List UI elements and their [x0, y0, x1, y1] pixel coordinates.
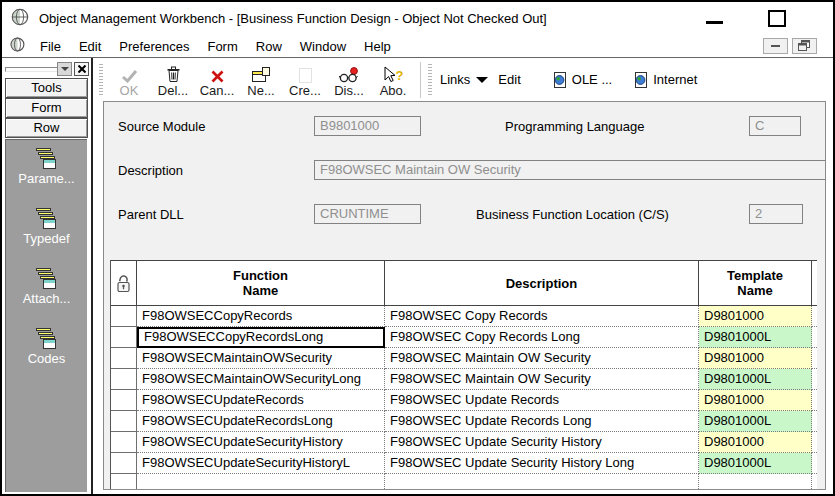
description-field[interactable]: F98OWSEC Maintain OW Security	[314, 160, 826, 180]
row-selector[interactable]	[111, 348, 137, 369]
chevron-down-icon	[61, 67, 69, 71]
sidebar-dropdown-button[interactable]	[57, 62, 72, 76]
sidebar-tab-tools[interactable]: Tools	[5, 78, 88, 98]
template-name-cell[interactable]: D9801000L	[699, 411, 812, 432]
ok-button[interactable]: OK	[107, 60, 151, 100]
source-module-label: Source Module	[118, 119, 205, 134]
red-x-icon	[211, 65, 224, 83]
description-cell[interactable]: F98OWSEC Copy Records Long	[385, 327, 699, 348]
new-button[interactable]: Ne...	[239, 60, 283, 100]
overflow-cell	[812, 369, 817, 390]
column-header-function-name: FunctionName	[137, 261, 385, 306]
internet-button[interactable]: Internet	[634, 72, 697, 88]
description-cell[interactable]: F98OWSEC Copy Records	[385, 306, 699, 327]
bf-location-label: Business Function Location (C/S)	[476, 207, 669, 222]
parent-dll-field[interactable]: CRUNTIME	[314, 204, 421, 224]
menu-window[interactable]: Window	[291, 37, 355, 56]
row-selector[interactable]	[111, 369, 137, 390]
table-row: F98OWSECUpdateRecordsLong F98OWSEC Updat…	[111, 411, 817, 432]
delete-button[interactable]: Del...	[151, 60, 195, 100]
overflow-cell	[812, 474, 817, 490]
function-name-cell[interactable]	[137, 474, 385, 490]
description-cell[interactable]: F98OWSEC Update Security History	[385, 432, 699, 453]
display-button[interactable]: Dis...	[327, 60, 371, 100]
close-icon	[78, 65, 86, 73]
minimize-button[interactable]	[706, 21, 723, 24]
template-name-cell[interactable]: D9801000L	[699, 327, 812, 348]
description-cell[interactable]: F98OWSEC Maintain OW Security	[385, 348, 699, 369]
template-name-cell[interactable]: D9801000L	[699, 453, 812, 474]
row-selector[interactable]	[111, 390, 137, 411]
description-cell[interactable]: F98OWSEC Maintain OW Security	[385, 369, 699, 390]
template-name-cell[interactable]: D9801000	[699, 390, 812, 411]
row-selector[interactable]	[111, 306, 137, 327]
template-name-cell[interactable]: D9801000	[699, 432, 812, 453]
system-menu-globe-icon[interactable]	[10, 37, 25, 56]
sidebar-close-button[interactable]	[74, 62, 89, 76]
row-selector[interactable]	[111, 453, 137, 474]
column-header-description: Description	[385, 261, 699, 306]
cancel-button[interactable]: Can...	[195, 60, 239, 100]
create-button[interactable]: Cre...	[283, 60, 327, 100]
description-cell[interactable]: F98OWSEC Update Security History Long	[385, 453, 699, 474]
about-pointer-icon: ?	[383, 65, 404, 83]
row-selector[interactable]	[111, 411, 137, 432]
mdi-minimize-button[interactable]	[763, 38, 788, 54]
menu-form[interactable]: Form	[198, 37, 246, 56]
function-name-cell[interactable]: F98OWSECUpdateRecords	[137, 390, 385, 411]
template-name-cell[interactable]	[699, 474, 812, 490]
description-cell[interactable]: F98OWSEC Update Records	[385, 390, 699, 411]
ole-button[interactable]: OLE ...	[553, 72, 612, 88]
function-name-cell[interactable]: F98OWSECCopyRecords	[137, 306, 385, 327]
sidebar-exit-panel: Parame... Typedef Attach...	[5, 139, 87, 492]
sidebar-item-typedef[interactable]: Typedef	[6, 208, 87, 246]
row-selector[interactable]	[111, 327, 137, 348]
template-name-cell[interactable]: D9801000L	[699, 369, 812, 390]
row-selector[interactable]	[111, 432, 137, 453]
menu-preferences[interactable]: Preferences	[110, 37, 198, 56]
bf-location-field[interactable]: 2	[749, 204, 803, 224]
mdi-restore-button[interactable]	[792, 38, 817, 54]
links-label[interactable]: Links	[440, 72, 470, 87]
menu-row[interactable]: Row	[247, 37, 291, 56]
programming-language-field[interactable]: C	[749, 116, 801, 136]
overflow-cell	[812, 453, 817, 474]
app-globe-icon[interactable]	[11, 8, 29, 30]
parent-dll-label: Parent DLL	[118, 207, 184, 222]
function-name-cell[interactable]: F98OWSECUpdateSecurityHistoryL	[137, 453, 385, 474]
function-name-cell[interactable]: F98OWSECMaintainOWSecurityLong	[137, 369, 385, 390]
sidebar-toolbar-handle	[2, 58, 91, 78]
about-button[interactable]: ? Abo.	[371, 60, 415, 100]
maximize-button[interactable]	[768, 10, 786, 27]
links-dropdown-icon[interactable]	[476, 77, 488, 83]
template-name-cell[interactable]: D9801000	[699, 348, 812, 369]
sidebar-item-label: Parame...	[6, 171, 87, 186]
row-selector[interactable]	[111, 474, 137, 490]
sidebar-item-attachments[interactable]: Attach...	[6, 268, 87, 306]
sidebar-tab-row[interactable]: Row	[5, 118, 88, 138]
menu-edit[interactable]: Edit	[70, 37, 110, 56]
function-name-cell[interactable]: F98OWSECUpdateRecordsLong	[137, 411, 385, 432]
toolbar-gripper[interactable]	[428, 64, 432, 96]
function-name-cell-selected[interactable]: F98OWSECCopyRecordsLong	[137, 327, 385, 348]
overflow-cell	[812, 306, 817, 327]
toolbar-gripper[interactable]	[99, 64, 103, 96]
sidebar-tab-form[interactable]: Form	[5, 98, 88, 118]
main-toolbar: OK Del...	[93, 58, 833, 101]
menu-help[interactable]: Help	[355, 37, 400, 56]
function-name-cell[interactable]: F98OWSECUpdateSecurityHistory	[137, 432, 385, 453]
menu-file[interactable]: File	[31, 37, 70, 56]
functions-grid: FunctionName Description TemplateName F9…	[110, 260, 817, 490]
links-edit-button[interactable]: Edit	[498, 72, 520, 87]
overflow-cell	[812, 432, 817, 453]
new-form-icon	[252, 65, 271, 83]
template-name-cell[interactable]: D9801000	[699, 306, 812, 327]
source-module-field[interactable]: B9801000	[314, 116, 421, 136]
sidebar-item-parameters[interactable]: Parame...	[6, 148, 87, 186]
description-cell[interactable]: F98OWSEC Update Records Long	[385, 411, 699, 432]
description-cell[interactable]	[385, 474, 699, 490]
function-name-cell[interactable]: F98OWSECMaintainOWSecurity	[137, 348, 385, 369]
sidebar-item-codes[interactable]: Codes	[6, 328, 87, 366]
grid-header-row: FunctionName Description TemplateName	[111, 260, 817, 306]
sidebar-slider-track[interactable]	[5, 67, 57, 72]
